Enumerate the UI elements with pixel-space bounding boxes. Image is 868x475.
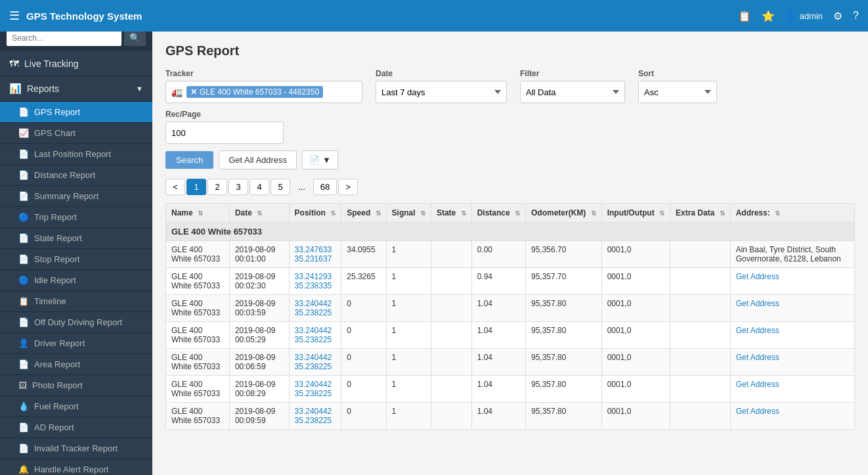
col-date[interactable]: Date ⇅ (229, 204, 289, 223)
position-lat-link[interactable]: 33.240442 (295, 353, 332, 362)
table-cell: 0001,0 (601, 295, 670, 322)
col-signal[interactable]: Signal ⇅ (386, 204, 431, 223)
topbar-right: 📋 ⭐ 👤 admin ⚙ ? (738, 10, 859, 22)
table-cell: 1 (386, 295, 431, 322)
position-lng-link[interactable]: 35.238225 (295, 362, 332, 371)
search-input[interactable] (7, 30, 121, 46)
favorites-icon[interactable]: ⭐ (762, 10, 775, 22)
pagination-next[interactable]: > (338, 179, 358, 195)
sidebar-item-live-tracking[interactable]: 🗺 Live Tracking (0, 51, 152, 76)
get-all-address-button[interactable]: Get All Address (219, 150, 297, 170)
sort-name-icon: ⇅ (198, 210, 203, 217)
col-input-output[interactable]: Input/Output ⇅ (601, 204, 670, 223)
sidebar-item-timeline[interactable]: 📋Timeline (0, 291, 152, 312)
col-name[interactable]: Name ⇅ (166, 204, 230, 223)
table-cell: 0 (341, 403, 386, 430)
sidebar-item-driver-report[interactable]: 👤Driver Report (0, 333, 152, 354)
position-lat-link[interactable]: 33.247633 (295, 245, 332, 254)
report-table: Name ⇅ Date ⇅ Position ⇅ Speed ⇅ Signal … (165, 203, 855, 430)
position-lng-link[interactable]: 35.238225 (295, 335, 332, 344)
pagination-page-5[interactable]: 5 (271, 179, 290, 195)
pagination-page-4[interactable]: 4 (250, 179, 269, 195)
address-link[interactable]: Get Address (736, 299, 779, 308)
col-speed[interactable]: Speed ⇅ (341, 204, 386, 223)
sort-state-icon: ⇅ (461, 210, 466, 217)
col-odometer[interactable]: Odometer(KM) ⇅ (525, 204, 601, 223)
sidebar-item-handle-alert[interactable]: 🔔Handle Alert Report (0, 459, 152, 475)
position-lng-link[interactable]: 35.238225 (295, 389, 332, 398)
sidebar-item-label: Idle Report (34, 275, 76, 285)
address-link[interactable]: Get Address (736, 407, 779, 416)
table-cell: 1.04 (471, 376, 525, 403)
position-lng-link[interactable]: 35.231637 (295, 254, 332, 263)
sidebar-item-trip-report[interactable]: 🔵Trip Report (0, 207, 152, 228)
summary-report-icon: 📄 (18, 191, 29, 201)
position-lat-link[interactable]: 33.240442 (295, 380, 332, 389)
position-lng-link[interactable]: 35.238225 (295, 416, 332, 425)
address-link[interactable]: Get Address (736, 326, 779, 335)
position-lat-link[interactable]: 33.240442 (295, 326, 332, 335)
filter-select[interactable]: All Data Moving Stopped Idle (520, 81, 625, 103)
pagination-page-3[interactable]: 3 (228, 179, 248, 195)
col-position[interactable]: Position ⇅ (289, 204, 341, 223)
menu-toggle-button[interactable]: ☰ (9, 9, 20, 23)
pagination-page-1[interactable]: 1 (186, 179, 206, 195)
table-cell: 0001,0 (601, 349, 670, 376)
sidebar-item-label: GPS Report (34, 107, 80, 117)
sidebar-item-gps-report[interactable]: 📄GPS Report (0, 102, 152, 123)
search-button[interactable]: 🔍 (124, 30, 146, 46)
position-lng-link[interactable]: 35.238335 (295, 281, 332, 290)
sidebar-item-ad-report[interactable]: 📄AD Report (0, 417, 152, 438)
export-button[interactable]: 📄 ▼ (302, 150, 338, 170)
remove-tracker-button[interactable]: ✕ (190, 87, 197, 97)
pagination-page-68[interactable]: 68 (313, 179, 337, 195)
address-link[interactable]: Get Address (736, 353, 779, 362)
table-group-header: GLE 400 White 657033 (166, 223, 855, 241)
recpage-input[interactable] (165, 122, 284, 144)
filter-filter-group: Filter All Data Moving Stopped Idle (520, 69, 625, 103)
table-cell: 2019-08-09 00:02:30 (229, 268, 289, 295)
sidebar-item-photo-report[interactable]: 🖼Photo Report (0, 375, 152, 396)
search-button[interactable]: Search (165, 151, 213, 169)
address-link[interactable]: Get Address (736, 380, 779, 389)
sidebar-report-list: 📄GPS Report📈GPS Chart📄Last Position Repo… (0, 102, 152, 475)
tracker-field[interactable]: 🚛 ✕ GLE 400 White 657033 - 4482350 (165, 81, 362, 103)
recpage-label: Rec/Page (165, 110, 855, 119)
pagination-ellipsis: ... (292, 179, 312, 194)
sidebar-item-last-position[interactable]: 📄Last Position Report (0, 144, 152, 165)
sidebar-item-summary-report[interactable]: 📄Summary Report (0, 186, 152, 207)
address-link[interactable]: Get Address (736, 272, 779, 281)
sort-select[interactable]: Asc Desc (638, 81, 717, 103)
col-distance[interactable]: Distance ⇅ (471, 204, 525, 223)
table-cell (431, 403, 471, 430)
topbar: ☰ GPS Technology System 📋 ⭐ 👤 admin ⚙ ? (0, 0, 868, 32)
pagination-page-2[interactable]: 2 (207, 179, 227, 195)
col-address[interactable]: Address: ⇅ (730, 204, 854, 223)
sidebar-item-fuel-report[interactable]: 💧Fuel Report (0, 396, 152, 417)
sidebar-item-off-duty[interactable]: 📄Off Duty Driving Report (0, 312, 152, 333)
sidebar-item-invalid-tracker[interactable]: 📄Invalid Tracker Report (0, 438, 152, 459)
sidebar-item-area-report[interactable]: 📄Area Report (0, 354, 152, 375)
date-select[interactable]: Last 7 days Today Yesterday Last 30 days… (376, 81, 507, 103)
col-extra-data[interactable]: Extra Data ⇅ (670, 204, 730, 223)
position-lat-link[interactable]: 33.240442 (295, 407, 332, 416)
table-cell: 2019-08-09 00:05:29 (229, 322, 289, 349)
table-cell: 1 (386, 268, 431, 295)
admin-menu[interactable]: 👤 admin (785, 11, 823, 21)
help-icon[interactable]: ? (853, 10, 859, 22)
notification-icon[interactable]: 📋 (738, 10, 751, 22)
position-lng-link[interactable]: 35.238225 (295, 308, 332, 317)
col-state[interactable]: State ⇅ (431, 204, 471, 223)
sidebar-item-distance-report[interactable]: 📄Distance Report (0, 165, 152, 186)
sidebar-item-state-report[interactable]: 📄State Report (0, 228, 152, 249)
sidebar-section-reports[interactable]: 📊 Reports ▼ (0, 76, 152, 102)
settings-icon[interactable]: ⚙ (833, 10, 842, 22)
sidebar-item-idle-report[interactable]: 🔵Idle Report (0, 270, 152, 291)
tracker-tag: ✕ GLE 400 White 657033 - 4482350 (186, 86, 323, 98)
position-lat-link[interactable]: 33.240442 (295, 299, 332, 308)
pagination-prev[interactable]: < (165, 179, 185, 195)
sidebar-item-gps-chart[interactable]: 📈GPS Chart (0, 123, 152, 144)
position-lat-link[interactable]: 33.241293 (295, 272, 332, 281)
sidebar-item-stop-report[interactable]: 📄Stop Report (0, 249, 152, 270)
table-cell: 95,357.80 (525, 295, 601, 322)
